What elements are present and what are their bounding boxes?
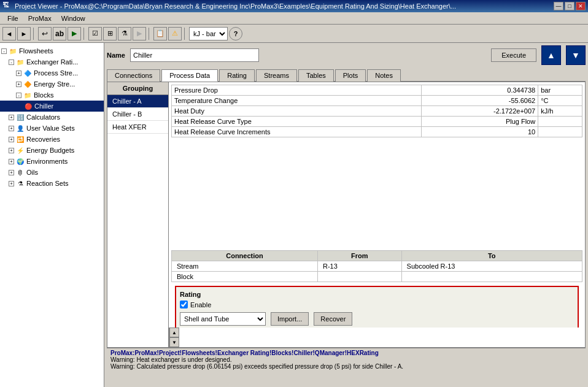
tree-item-calculators[interactable]: + 🔢 Calculators [0,112,104,123]
tree-label-exchanger: Exchanger Rati... [26,58,78,66]
scroll-up-button[interactable]: ▲ [169,328,179,337]
tree-label-reaction-sets: Reaction Sets [26,180,68,187]
close-button[interactable]: ✕ [576,2,586,10]
icon-recoveries: 🔁 [15,134,25,144]
value-temp-change[interactable]: -55.6062 [422,96,538,106]
window-controls: — □ ✕ [554,2,586,10]
value-heat-duty[interactable]: -2.1722e+007 [422,106,538,117]
toolbar: ◄ ► ↩ ab ▶ ☑ ⊞ ⚗ ▶ 📋 ⚠ kJ - bar ? [0,25,588,43]
rating-type-dropdown[interactable]: Shell and Tube Plate and Frame Air Coole… [180,312,266,326]
icon-blocks-folder: 📁 [23,90,33,100]
expand-calculators[interactable]: + [9,115,14,120]
grouping-item-chiller-a[interactable]: Chiller - A [107,95,168,108]
recover-button[interactable]: Recover [314,312,352,326]
expand-flowsheets[interactable]: - [1,48,7,54]
data-panel: Pressure Drop 0.344738 bar Temperature C… [169,82,585,347]
toolbar-separator-2 [83,28,86,40]
tab-connections[interactable]: Connections [107,69,160,82]
value-heat-release-type[interactable]: Plug Flow [422,117,538,127]
expand-process-streams[interactable]: + [16,71,21,76]
maximize-button[interactable]: □ [565,2,574,10]
name-input[interactable] [130,48,259,62]
label-heat-duty: Heat Duty [172,106,422,117]
import-button[interactable]: Import... [271,312,309,326]
title-text: Project Viewer - ProMax@C:\ProgramData\B… [15,2,554,10]
tabs-row: Connections Process Data Rating Streams … [107,69,586,82]
expand-environments[interactable]: + [9,159,14,164]
expand-exchanger[interactable]: - [9,59,14,65]
tree-label-user-value-sets: User Value Sets [26,125,75,132]
unit-pressure-drop: bar [538,85,582,96]
tab-streams[interactable]: Streams [256,69,297,82]
expand-reaction-sets[interactable]: + [9,181,14,186]
menu-window[interactable]: Window [56,13,90,23]
warning-button[interactable]: ⚠ [168,27,182,40]
table-button[interactable]: ⊞ [103,27,117,40]
tree-label-flowsheets: Flowsheets [19,47,53,55]
spacer [171,137,582,248]
icon-calculators: 🔢 [15,112,25,122]
tree-item-exchanger[interactable]: - 📁 Exchanger Rati... [0,56,104,67]
expand-oils[interactable]: + [9,170,14,175]
tab-plots[interactable]: Plots [335,69,366,82]
tree-item-blocks[interactable]: - 📁 Blocks [0,90,104,101]
tree-item-flowsheets[interactable]: - 📁 Flowsheets [0,45,104,56]
folder-icon-flowsheets: 📁 [8,46,18,56]
tab-tables[interactable]: Tables [298,69,334,82]
minimize-button[interactable]: — [554,2,563,10]
icon-chiller: 🔴 [23,101,33,111]
nav-down-button[interactable]: ▼ [566,45,586,65]
value-pressure-drop[interactable]: 0.344738 [422,85,538,96]
grouping-item-chiller-b[interactable]: Chiller - B [107,108,168,121]
enable-checkbox[interactable] [180,301,188,308]
menu-bar: File ProMax Window [0,12,588,25]
table-row: Heat Release Curve Increments 10 [172,127,582,137]
expand-energy-budgets[interactable]: + [9,148,14,153]
expand-recoveries[interactable]: + [9,137,14,142]
tree-item-recoveries[interactable]: + 🔁 Recoveries [0,134,104,145]
run-button[interactable]: ▶ [68,27,81,40]
help-button[interactable]: ? [229,27,242,40]
units-dropdown[interactable]: kJ - bar [189,27,228,40]
tab-rating[interactable]: Rating [219,69,255,82]
icon-energy-streams: 🔶 [23,79,33,89]
expand-user-value-sets[interactable]: + [9,126,14,131]
redo-button[interactable]: ab [53,27,66,40]
tree-item-chiller[interactable]: 🔴 Chiller [0,101,104,112]
conn-to-block [401,272,582,282]
grouping-item-heat-xfer[interactable]: Heat XFER [107,121,168,134]
expand-energy-streams[interactable]: + [16,82,21,87]
icon-exchanger: 📁 [15,57,25,67]
tree-item-user-value-sets[interactable]: + 👤 User Value Sets [0,123,104,134]
scroll-down-button[interactable]: ▼ [169,337,179,347]
enable-row: Enable [180,301,574,308]
undo-button[interactable]: ↩ [38,27,52,40]
toolbar-separator-1 [33,28,36,40]
status-warning-1: Warning: Heat exchanger is under designe… [110,356,582,363]
expand-blocks[interactable]: - [16,93,21,98]
tree-item-reaction-sets[interactable]: + ⚗ Reaction Sets [0,178,104,189]
conn-row-block: Block [172,272,582,282]
conn-to-stream: Subcooled R-13 [401,261,582,272]
menu-file[interactable]: File [2,13,23,23]
tree-item-environments[interactable]: + 🌍 Environments [0,156,104,167]
menu-promax[interactable]: ProMax [23,13,56,23]
grouping-header: Grouping [107,82,168,95]
copy-button[interactable]: 📋 [153,27,167,40]
forward-button[interactable]: ► [17,27,31,40]
back-button[interactable]: ◄ [2,27,16,40]
nav-up-button[interactable]: ▲ [541,45,561,65]
table-row: Heat Release Curve Type Plug Flow [172,117,582,127]
flask-button[interactable]: ⚗ [118,27,131,40]
conn-from-block [317,272,401,282]
tree-item-energy-streams[interactable]: + 🔶 Energy Stre... [0,79,104,90]
checkbox-button[interactable]: ☑ [88,27,102,40]
tree-item-process-streams[interactable]: + 🔷 Process Stre... [0,67,104,79]
tree-item-oils[interactable]: + 🛢 Oils [0,167,104,178]
tree-label-energy-budgets: Energy Budgets [26,147,74,154]
tab-notes[interactable]: Notes [367,69,401,82]
tab-process-data[interactable]: Process Data [161,69,218,82]
value-heat-release-increments[interactable]: 10 [422,127,538,137]
execute-button[interactable]: Execute [491,48,536,62]
tree-item-energy-budgets[interactable]: + ⚡ Energy Budgets [0,145,104,156]
